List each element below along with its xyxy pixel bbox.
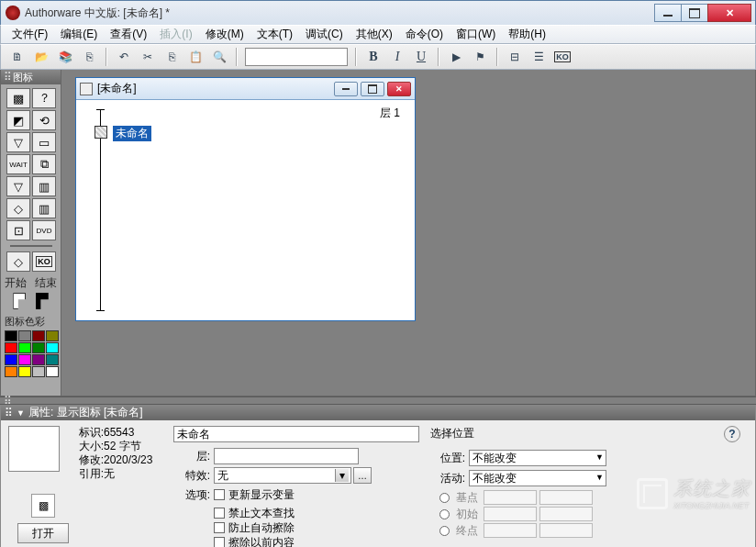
color-swatch[interactable] xyxy=(46,354,59,365)
knowledge-button[interactable]: KO xyxy=(553,48,572,66)
activity-select[interactable]: 不能改变 xyxy=(469,470,606,486)
color-swatch[interactable] xyxy=(18,342,31,353)
bold-button[interactable]: B xyxy=(364,48,383,66)
collapse-icon[interactable]: ▼ xyxy=(17,408,25,418)
color-swatch[interactable] xyxy=(5,354,17,365)
help-button[interactable]: ? xyxy=(724,426,740,442)
open-button[interactable]: 📂 xyxy=(32,48,50,66)
menu-help[interactable]: 帮助(H) xyxy=(503,25,551,44)
display-icon-tool[interactable]: ▩ xyxy=(6,88,30,108)
color-swatch[interactable] xyxy=(5,342,17,353)
digital-movie-tool[interactable]: ◇ xyxy=(6,198,30,218)
base-x[interactable] xyxy=(484,490,537,505)
menu-modify[interactable]: 修改(M) xyxy=(200,25,250,44)
wait-icon-tool[interactable]: ⟲ xyxy=(32,110,56,130)
end-x[interactable] xyxy=(484,523,537,538)
italic-button[interactable]: I xyxy=(388,48,406,66)
new-button[interactable]: 🗎 xyxy=(8,48,27,66)
design-titlebar[interactable]: [未命名] xyxy=(76,78,415,100)
interaction-icon-tool[interactable]: ⧉ xyxy=(32,154,56,174)
framework-icon-tool[interactable]: ▭ xyxy=(32,132,56,152)
properties-header[interactable]: ⠿ ▼ 属性: 显示图标 [未命名] xyxy=(1,405,755,420)
minimize-button[interactable] xyxy=(654,4,682,22)
radio-init[interactable] xyxy=(439,509,450,519)
motion-icon-tool[interactable]: ？ xyxy=(32,88,56,108)
menu-other[interactable]: 其他(X) xyxy=(350,25,398,44)
control-panel-button[interactable]: ⚑ xyxy=(471,48,489,66)
underline-button[interactable]: U xyxy=(412,48,430,66)
copy-button[interactable]: ⎘ xyxy=(162,48,181,66)
node-label-selected[interactable]: 未命名 xyxy=(113,126,151,141)
color-swatch[interactable] xyxy=(18,330,31,341)
position-select[interactable]: 不能改变 xyxy=(469,450,606,466)
navigate-icon-tool[interactable]: ▽ xyxy=(6,132,30,152)
properties-title: 属性: 显示图标 [未命名] xyxy=(28,405,143,420)
design-maximize-button[interactable] xyxy=(361,82,384,96)
effect-browse-button[interactable]: … xyxy=(353,467,372,484)
save-all-button[interactable]: 📚 xyxy=(56,48,74,66)
knowledge-object-tool[interactable]: ◇ xyxy=(6,251,30,272)
find-button[interactable]: 🔍 xyxy=(210,48,228,66)
start-flag[interactable] xyxy=(13,293,26,309)
color-swatch[interactable] xyxy=(46,366,59,377)
splitter[interactable]: ⠿ xyxy=(0,396,756,405)
end-y[interactable] xyxy=(539,523,593,538)
base-y[interactable] xyxy=(539,490,593,505)
effect-select[interactable]: 无 xyxy=(214,467,351,484)
end-flag-label: 结束 xyxy=(35,275,57,291)
color-swatch[interactable] xyxy=(32,354,45,365)
menu-view[interactable]: 查看(V) xyxy=(105,25,152,44)
open-button[interactable]: 打开 xyxy=(17,523,69,543)
init-x[interactable] xyxy=(484,507,537,521)
functions-button[interactable]: ⊟ xyxy=(506,48,524,66)
color-swatch[interactable] xyxy=(32,342,45,353)
variables-button[interactable]: ☰ xyxy=(529,48,548,66)
menu-window[interactable]: 窗口(W) xyxy=(450,25,501,44)
color-swatch[interactable] xyxy=(46,342,59,353)
dvd-icon-tool[interactable]: DVD xyxy=(32,220,56,240)
menu-edit[interactable]: 编辑(E) xyxy=(55,25,103,44)
design-minimize-button[interactable] xyxy=(334,82,358,96)
color-swatch[interactable] xyxy=(18,354,31,365)
decision-icon-tool[interactable]: WAIT xyxy=(6,154,30,174)
maximize-button[interactable] xyxy=(681,4,708,22)
checkbox-no-autoerase[interactable] xyxy=(214,522,225,533)
checkbox-no-search[interactable] xyxy=(214,508,225,519)
design-body[interactable]: 层 1 未命名 xyxy=(76,100,415,320)
end-flag[interactable] xyxy=(36,293,49,309)
calc-icon-tool[interactable]: ▽ xyxy=(6,176,30,196)
menu-file[interactable]: 文件(F) xyxy=(6,25,53,44)
color-swatch[interactable] xyxy=(18,366,31,377)
layer-input[interactable] xyxy=(214,448,359,464)
display-icon-node[interactable] xyxy=(94,126,107,139)
cut-button[interactable]: ✂ xyxy=(139,48,157,66)
color-swatch[interactable] xyxy=(32,330,45,341)
radio-end[interactable] xyxy=(439,526,450,536)
menu-text[interactable]: 文本(T) xyxy=(251,25,298,44)
checkbox-erase-prev[interactable] xyxy=(214,537,225,547)
run-button[interactable]: ▶ xyxy=(447,48,465,66)
design-close-button[interactable] xyxy=(387,82,411,96)
erase-icon-tool[interactable]: ◩ xyxy=(6,110,30,130)
menu-insert[interactable]: 插入(I) xyxy=(154,25,197,44)
color-swatch[interactable] xyxy=(46,330,59,341)
menu-command[interactable]: 命令(O) xyxy=(400,25,449,44)
init-y[interactable] xyxy=(539,507,593,521)
undo-button[interactable]: ↶ xyxy=(115,48,133,66)
name-field[interactable]: 未命名 xyxy=(173,426,419,442)
import-button[interactable]: ⎘ xyxy=(80,48,98,66)
close-button[interactable] xyxy=(707,4,751,22)
palette-header[interactable]: ⠿ 图标 xyxy=(1,70,61,84)
color-swatch[interactable] xyxy=(32,366,45,377)
video-icon-tool[interactable]: ⊡ xyxy=(6,220,30,240)
map-icon-tool[interactable]: ▥ xyxy=(32,176,56,196)
ko-tool[interactable]: KO xyxy=(32,251,56,272)
color-swatch[interactable] xyxy=(5,366,17,377)
checkbox-update-vars[interactable] xyxy=(214,489,225,500)
paste-button[interactable]: 📋 xyxy=(186,48,205,66)
sound-icon-tool[interactable]: ▥ xyxy=(32,198,56,218)
menu-debug[interactable]: 调试(C) xyxy=(300,25,349,44)
font-select[interactable] xyxy=(245,48,348,66)
color-swatch[interactable] xyxy=(5,330,17,341)
radio-base[interactable] xyxy=(439,493,450,503)
